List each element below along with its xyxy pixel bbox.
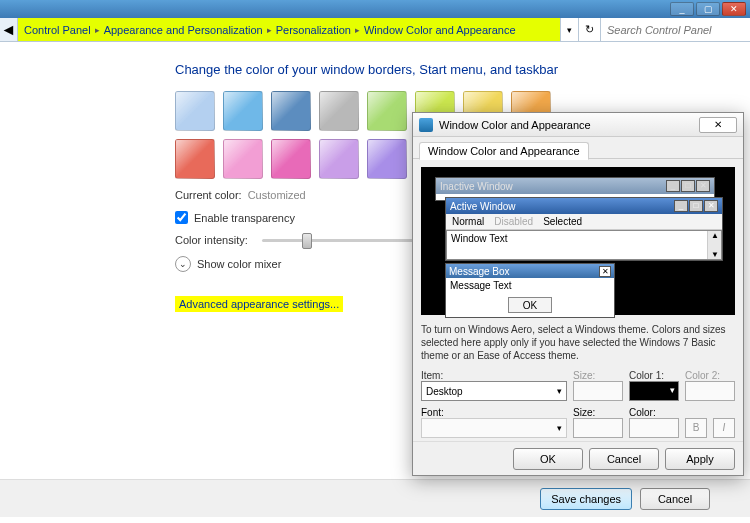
advanced-appearance-link[interactable]: Advanced appearance settings... xyxy=(175,296,343,312)
preview-message-box[interactable]: Message Box✕ Message Text OK xyxy=(445,263,615,318)
preview-menubar[interactable]: Normal Disabled Selected xyxy=(446,214,722,230)
size-label: Size: xyxy=(573,370,595,381)
color1-label: Color 1: xyxy=(629,370,664,381)
color2-button xyxy=(685,381,735,401)
nav-back-icon[interactable]: ◄ xyxy=(0,18,18,41)
search-box[interactable] xyxy=(600,18,750,41)
color-swatch[interactable] xyxy=(367,91,407,131)
breadcrumb-item[interactable]: Window Color and Appearance xyxy=(364,24,516,36)
color1-button[interactable] xyxy=(629,381,679,401)
dialog-help-text: To turn on Windows Aero, select a Window… xyxy=(421,323,735,362)
font-color-button xyxy=(629,418,679,438)
window-color-dialog: Window Color and Appearance ✕ Window Col… xyxy=(412,112,744,476)
inactive-window-title: Inactive Window xyxy=(440,181,513,192)
font-size-combo xyxy=(573,418,623,438)
item-combo[interactable]: Desktop xyxy=(421,381,567,401)
menu-normal[interactable]: Normal xyxy=(452,216,484,227)
dialog-cancel-button[interactable]: Cancel xyxy=(589,448,659,470)
dialog-titlebar: Window Color and Appearance ✕ xyxy=(413,113,743,137)
dialog-title-text: Window Color and Appearance xyxy=(439,119,591,131)
item-label: Item: xyxy=(421,370,443,381)
font-color-label: Color: xyxy=(629,407,656,418)
color-swatch[interactable] xyxy=(175,91,215,131)
dialog-footer: OK Cancel Apply xyxy=(413,441,743,475)
close-button[interactable]: ✕ xyxy=(722,2,746,16)
message-text: Message Text xyxy=(446,278,614,295)
font-row: Font: Size: Color: B I xyxy=(421,407,735,438)
size-spinner xyxy=(573,381,623,401)
window-titlebar: _ ▢ ✕ xyxy=(0,0,750,18)
item-row: Item: Desktop Size: Color 1: Color 2: xyxy=(421,370,735,401)
preview-pane: Inactive Window _□✕ Active Window _□✕ No… xyxy=(421,167,735,315)
current-color-label: Current color: xyxy=(175,189,242,201)
dialog-ok-button[interactable]: OK xyxy=(513,448,583,470)
dialog-tab[interactable]: Window Color and Appearance xyxy=(419,142,589,160)
italic-button: I xyxy=(713,418,735,438)
breadcrumb-item[interactable]: Control Panel xyxy=(24,24,91,36)
save-changes-button[interactable]: Save changes xyxy=(540,488,632,510)
message-box-title: Message Box xyxy=(449,266,510,277)
color-swatch[interactable] xyxy=(319,139,359,179)
dialog-apply-button[interactable]: Apply xyxy=(665,448,735,470)
msgbox-ok-button[interactable]: OK xyxy=(508,297,552,313)
preview-scrollbar[interactable] xyxy=(707,231,721,259)
item-combo-value: Desktop xyxy=(426,386,463,397)
preview-active-window[interactable]: Active Window _□✕ Normal Disabled Select… xyxy=(445,197,723,261)
color-swatch[interactable] xyxy=(271,139,311,179)
refresh-icon[interactable]: ↻ xyxy=(578,18,600,41)
dialog-icon xyxy=(419,118,433,132)
color-intensity-label: Color intensity: xyxy=(175,234,248,246)
window-text-label: Window Text xyxy=(451,233,508,244)
cancel-button[interactable]: Cancel xyxy=(640,488,710,510)
breadcrumb-item[interactable]: Appearance and Personalization xyxy=(104,24,263,36)
color-swatch[interactable] xyxy=(319,91,359,131)
page-title: Change the color of your window borders,… xyxy=(175,62,750,77)
active-window-title: Active Window xyxy=(450,201,516,212)
color2-label: Color 2: xyxy=(685,370,720,381)
preview-window-text[interactable]: Window Text xyxy=(446,230,722,260)
color-swatch[interactable] xyxy=(271,91,311,131)
slider-thumb[interactable] xyxy=(302,233,312,249)
search-input[interactable] xyxy=(601,18,750,41)
color-swatch[interactable] xyxy=(367,139,407,179)
breadcrumb-item[interactable]: Personalization xyxy=(276,24,351,36)
address-bar: ◄ Control Panel▸ Appearance and Personal… xyxy=(0,18,750,42)
minimize-button[interactable]: _ xyxy=(670,2,694,16)
font-size-label: Size: xyxy=(573,407,595,418)
menu-selected[interactable]: Selected xyxy=(543,216,582,227)
show-color-mixer-label: Show color mixer xyxy=(197,258,281,270)
expand-icon[interactable]: ⌄ xyxy=(175,256,191,272)
menu-disabled: Disabled xyxy=(494,216,533,227)
color-swatch[interactable] xyxy=(175,139,215,179)
msgbox-close-icon[interactable]: ✕ xyxy=(599,266,611,277)
address-dropdown-icon[interactable]: ▾ xyxy=(560,18,578,41)
font-label: Font: xyxy=(421,407,444,418)
enable-transparency-label: Enable transparency xyxy=(194,212,295,224)
color-swatch[interactable] xyxy=(223,139,263,179)
font-combo xyxy=(421,418,567,438)
bold-button: B xyxy=(685,418,707,438)
dialog-close-button[interactable]: ✕ xyxy=(699,117,737,133)
current-color-value: Customized xyxy=(248,189,306,201)
main-footer: Save changes Cancel xyxy=(0,479,750,517)
maximize-button[interactable]: ▢ xyxy=(696,2,720,16)
enable-transparency-checkbox[interactable] xyxy=(175,211,188,224)
dialog-body: Inactive Window _□✕ Active Window _□✕ No… xyxy=(413,159,743,446)
dialog-tabstrip: Window Color and Appearance xyxy=(413,137,743,159)
color-swatch[interactable] xyxy=(223,91,263,131)
breadcrumb[interactable]: Control Panel▸ Appearance and Personaliz… xyxy=(18,18,560,41)
